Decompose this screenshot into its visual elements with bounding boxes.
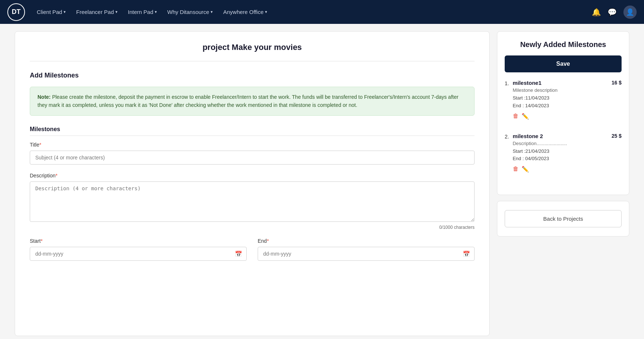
user-icon: 👤 <box>626 8 634 16</box>
logo[interactable]: DT <box>7 3 25 21</box>
title-required-marker: * <box>39 142 41 148</box>
start-date-group: Start* 📅 <box>30 238 247 261</box>
note-box: Note: Please create the milestone, depos… <box>30 87 475 116</box>
note-label: Note: <box>37 94 51 100</box>
back-panel: Back to Projects <box>497 201 629 237</box>
nav-client-pad[interactable]: Client Pad ▾ <box>32 6 70 18</box>
milestone-num: 1. <box>505 80 509 120</box>
chevron-down-icon: ▾ <box>64 10 66 14</box>
milestone-end: End : 14/04/2023 <box>513 102 622 110</box>
sidebar: Newly Added Milestones Save 1. milestone… <box>497 31 629 336</box>
edit-icon[interactable]: ✏️ <box>522 113 529 120</box>
milestone-description: Milestone description <box>513 87 622 93</box>
end-date-group: End* 📅 <box>258 238 475 261</box>
milestones-subheading: Milestones <box>30 126 475 136</box>
start-date-input[interactable] <box>30 247 247 261</box>
title-input[interactable] <box>30 151 475 165</box>
milestone-header: milestone 2 25 $ <box>513 133 622 139</box>
project-title: project Make your movies <box>30 43 475 61</box>
milestone-name: milestone1 <box>513 80 541 86</box>
milestones-panel: Newly Added Milestones Save 1. milestone… <box>497 31 629 195</box>
milestone-start: Start :21/04/2023 <box>513 148 622 155</box>
milestone-price: 16 $ <box>612 80 622 86</box>
nav-why-ditansource[interactable]: Why Ditansource ▾ <box>163 6 217 18</box>
note-text: Please create the milestone, deposit the… <box>37 94 458 108</box>
nav-links: Client Pad ▾ Freelancer Pad ▾ Intern Pad… <box>32 6 588 18</box>
title-group: Title* <box>30 142 475 165</box>
milestone-num: 2. <box>505 133 509 173</box>
milestone-actions: 🗑 ✏️ <box>513 166 622 173</box>
delete-icon[interactable]: 🗑 <box>513 166 519 173</box>
end-label: End* <box>258 238 475 244</box>
navbar: DT Client Pad ▾ Freelancer Pad ▾ Intern … <box>0 0 644 24</box>
add-milestones-heading: Add Milestones <box>30 72 475 79</box>
start-date-wrapper: 📅 <box>30 247 247 261</box>
milestone-actions: 🗑 ✏️ <box>513 113 622 120</box>
milestone-name: milestone 2 <box>513 133 543 139</box>
milestone-header: milestone1 16 $ <box>513 80 622 86</box>
milestone-price: 25 $ <box>612 133 622 139</box>
date-row: Start* 📅 End* 📅 <box>30 238 475 261</box>
milestone-description: Description....................... <box>513 141 622 146</box>
description-label: Description* <box>30 173 475 178</box>
milestone-end: End : 04/05/2023 <box>513 155 622 163</box>
milestone-details: milestone 2 25 $ Description............… <box>513 133 622 173</box>
edit-icon[interactable]: ✏️ <box>522 166 529 173</box>
char-count: 0/1000 characters <box>30 225 475 230</box>
main-content: project Make your movies Add Milestones … <box>15 31 490 336</box>
back-to-projects-button[interactable]: Back to Projects <box>505 210 622 227</box>
description-group: Description* 0/1000 characters <box>30 173 475 230</box>
description-required-marker: * <box>56 173 57 178</box>
end-date-wrapper: 📅 <box>258 247 475 261</box>
panel-title: Newly Added Milestones <box>505 40 622 49</box>
description-textarea[interactable] <box>30 181 475 222</box>
chevron-down-icon: ▾ <box>265 10 267 14</box>
milestone-start: Start :11/04/2023 <box>513 94 622 102</box>
milestone-item: 1. milestone1 16 $ Milestone description… <box>505 80 622 126</box>
chevron-down-icon: ▾ <box>155 10 157 14</box>
title-label: Title* <box>30 142 475 148</box>
chevron-down-icon: ▾ <box>211 10 213 14</box>
save-button[interactable]: Save <box>505 55 622 72</box>
start-label: Start* <box>30 238 247 244</box>
avatar[interactable]: 👤 <box>623 6 637 19</box>
nav-intern-pad[interactable]: Intern Pad ▾ <box>124 6 161 18</box>
nav-icons: 🔔 💬 👤 <box>592 6 637 19</box>
end-date-input[interactable] <box>258 247 475 261</box>
nav-anywhere-office[interactable]: Anywhere Office ▾ <box>219 6 272 18</box>
chevron-down-icon: ▾ <box>115 10 118 14</box>
delete-icon[interactable]: 🗑 <box>513 113 519 120</box>
page-body: project Make your movies Add Milestones … <box>0 24 644 339</box>
logo-text: DT <box>12 8 21 16</box>
chat-icon[interactable]: 💬 <box>608 8 617 17</box>
nav-freelancer-pad[interactable]: Freelancer Pad ▾ <box>72 6 122 18</box>
milestone-item: 2. milestone 2 25 $ Description.........… <box>505 133 622 179</box>
bell-icon[interactable]: 🔔 <box>592 8 601 17</box>
milestone-details: milestone1 16 $ Milestone description St… <box>513 80 622 120</box>
